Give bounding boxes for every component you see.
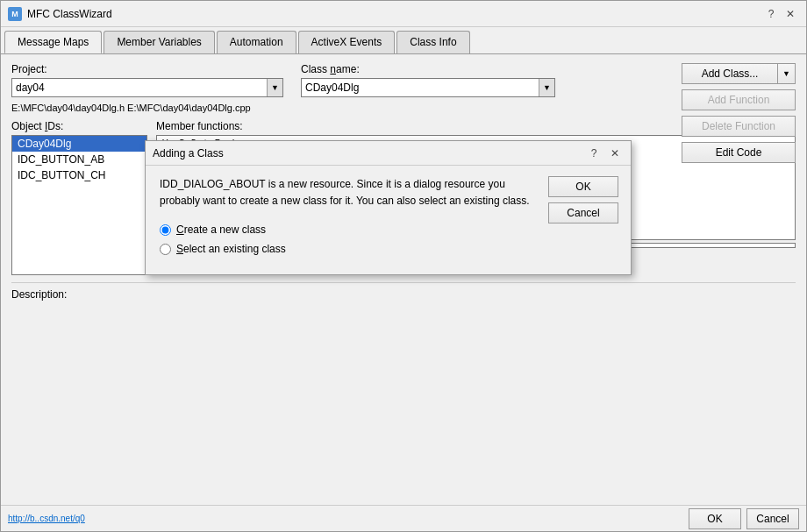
bottom-bar: http://b..csdn.net/q0 OK Cancel [1, 505, 806, 531]
class-name-select-wrapper: CDay04Dlg ▼ [301, 78, 555, 97]
tab-automation[interactable]: Automation [217, 31, 296, 53]
content-area: Project: day04 ▼ Class name: CDay04Dlg ▼ [1, 54, 806, 505]
tab-class-info[interactable]: Class Info [396, 31, 469, 53]
modal-body-layout: IDD_DIALOG_ABOUT is a new resource. Sinc… [160, 176, 617, 264]
modal-content: IDD_DIALOG_ABOUT is a new resource. Sinc… [146, 166, 631, 274]
modal-body-left: IDD_DIALOG_ABOUT is a new resource. Sinc… [160, 176, 538, 264]
tabs-bar: Message Maps Member Variables Automation… [1, 27, 806, 54]
modal-cancel-button[interactable]: Cancel [548, 202, 618, 223]
tab-member-variables[interactable]: Member Variables [104, 31, 214, 53]
delete-function-button[interactable]: Delete Function [682, 116, 796, 137]
modal-close-button[interactable]: ✕ [606, 145, 624, 162]
help-button[interactable]: ? [762, 5, 780, 23]
radio-create-new[interactable]: Create a new class [160, 223, 538, 236]
modal-title-controls: ? ✕ [585, 145, 624, 162]
title-bar-left: M MFC ClassWizard [8, 7, 112, 21]
title-bar-controls: ? ✕ [762, 5, 799, 23]
class-name-group: Class name: CDay04Dlg ▼ [301, 63, 555, 97]
modal-help-button[interactable]: ? [585, 145, 603, 162]
right-buttons: Add Class... ▼ Add Function Delete Funct… [682, 63, 796, 163]
object-ids-list: CDay04Dlg IDC_BUTTON_AB IDC_BUTTON_CH [11, 135, 147, 275]
title-bar: M MFC ClassWizard ? ✕ [1, 1, 806, 27]
object-id-item-2[interactable]: IDC_BUTTON_CH [12, 167, 146, 183]
class-name-value: CDay04Dlg [302, 79, 539, 96]
add-class-arrow[interactable]: ▼ [778, 63, 796, 84]
window-title: MFC ClassWizard [27, 8, 112, 20]
add-class-button[interactable]: Add Class... [682, 63, 778, 84]
ok-button-bottom[interactable]: OK [689, 508, 741, 529]
project-select-wrapper: day04 ▼ [11, 78, 283, 97]
tab-activex-events[interactable]: ActiveX Events [298, 31, 396, 53]
modal-dialog: Adding a Class ? ✕ IDD_DIALOG_ABOUT is a… [145, 140, 632, 275]
tab-message-maps[interactable]: Message Maps [4, 31, 102, 53]
modal-radio-group: Create a new class Select an existing cl… [160, 223, 538, 255]
object-id-item-0[interactable]: CDay04Dlg [12, 136, 146, 152]
class-name-label: Class name: [301, 63, 555, 75]
radio-select-existing-label: Select an existing class [176, 243, 286, 255]
app-icon: M [8, 7, 22, 21]
project-group: Project: day04 ▼ [11, 63, 283, 97]
object-ids-label: Object IDs: [11, 120, 147, 132]
modal-ok-button[interactable]: OK [548, 176, 618, 197]
modal-body-right: OK Cancel [538, 176, 617, 264]
project-dropdown-arrow[interactable]: ▼ [267, 79, 282, 96]
object-ids-section: Object IDs: CDay04Dlg IDC_BUTTON_AB IDC_… [11, 120, 147, 275]
bottom-link[interactable]: http://b..csdn.net/q0 [8, 514, 85, 523]
class-name-dropdown-arrow[interactable]: ▼ [539, 79, 554, 96]
file-path: E:\MFC\day04\day04Dlg.h E:\MFC\day04\day… [11, 103, 796, 113]
modal-title: Adding a Class [153, 147, 224, 160]
edit-code-button[interactable]: Edit Code [682, 142, 796, 163]
add-class-split: Add Class... ▼ [682, 63, 796, 84]
radio-select-existing[interactable]: Select an existing class [160, 243, 538, 255]
project-value: day04 [12, 79, 267, 96]
description-section: Description: [11, 282, 796, 301]
cancel-button-bottom[interactable]: Cancel [746, 508, 799, 529]
object-id-item-1[interactable]: IDC_BUTTON_AB [12, 152, 146, 167]
description-label: Description: [11, 288, 67, 301]
radio-select-existing-input[interactable] [160, 244, 171, 255]
project-label: Project: [11, 63, 283, 75]
modal-message: IDD_DIALOG_ABOUT is a new resource. Sinc… [160, 176, 538, 209]
form-row-top: Project: day04 ▼ Class name: CDay04Dlg ▼ [11, 63, 796, 97]
radio-create-new-label: Create a new class [176, 223, 266, 236]
close-button[interactable]: ✕ [782, 5, 799, 23]
modal-title-bar: Adding a Class ? ✕ [146, 141, 631, 166]
radio-create-new-input[interactable] [160, 224, 171, 236]
add-function-button[interactable]: Add Function [682, 89, 796, 110]
